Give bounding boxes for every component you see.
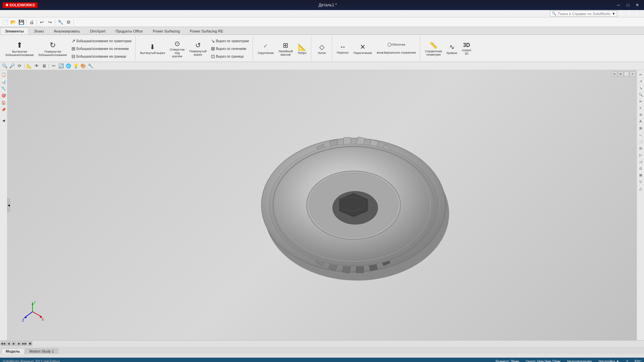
rp-btn-2[interactable]: ↗ (638, 78, 644, 84)
hole-wizard-button[interactable]: ⊙ Отверстие под крепёж (168, 38, 186, 59)
viewport-close-button[interactable]: ✕ (630, 71, 635, 77)
realview-button[interactable]: 💡 (72, 63, 79, 69)
rp-btn-9[interactable]: ⊞ (638, 125, 644, 131)
sweep-cut-button[interactable]: ↘ Вырез по траектории (209, 37, 251, 45)
rp-btn-13[interactable]: ▷ (638, 152, 644, 158)
help-search-input[interactable] (558, 12, 610, 16)
sweep-boss-button[interactable]: ↗ Бобышка/основание по траектории (70, 37, 133, 45)
loft-boss-button[interactable]: ⊞ Бобышка/основание по сечениям (70, 45, 133, 52)
help-close-button[interactable]: ✕ (633, 11, 641, 17)
help-arrow-button[interactable]: ▼ (625, 11, 633, 17)
standard-views-button[interactable]: 📐 (26, 63, 33, 69)
move-button[interactable]: ↔ Перенос (335, 42, 351, 56)
rp-btn-6[interactable]: A (638, 105, 644, 111)
zoom-fit-button[interactable]: 🔍 (1, 63, 8, 69)
loft-cut-button[interactable]: ⊠ Вырез по сечениям (209, 45, 251, 52)
print-button[interactable]: 🖨 (28, 18, 35, 26)
tab-power-surfacing[interactable]: Power Surfacing (148, 27, 185, 35)
rebuild-button[interactable]: 🔧 (57, 18, 64, 26)
rp-btn-10[interactable]: ↔ (638, 132, 644, 138)
view-filter-button[interactable]: 🔄 (58, 63, 64, 69)
linear-pattern-button[interactable]: ⊞ Линейный массив (276, 40, 294, 58)
view-toolbar: 🔍 🔎 ⟳ 📐 👁 🖥 ✂ 🔄 🌐 💡 🎨 🔧 (0, 62, 644, 70)
dim-xpert-manager-button[interactable]: 🎯 (1, 93, 7, 99)
redo-button[interactable]: ↪ (46, 18, 54, 26)
tree-collapse-handle[interactable]: ◀ (7, 198, 10, 212)
rp-btn-17[interactable]: ▽ (638, 179, 644, 185)
scene-button[interactable]: 🎨 (80, 63, 87, 69)
render-button[interactable]: 🌐 (65, 63, 72, 69)
split-view-v-button[interactable]: ⊞ (618, 71, 623, 77)
stop-button[interactable]: ⏹ (28, 341, 32, 346)
fillet-button[interactable]: ◜ Скругление (256, 42, 276, 56)
tab-power-surfacing-re[interactable]: Power Surfacing RE (185, 27, 228, 35)
maximize-viewport-button[interactable]: ⬜ (624, 71, 629, 77)
draft-button[interactable]: ◇ Уклон (315, 42, 328, 56)
collapse-tree-button[interactable]: ◀ (1, 117, 7, 123)
boundary-cut-button[interactable]: ⊡ Вырез по границе (209, 53, 251, 60)
display-style-button[interactable]: 🖥 (41, 63, 47, 69)
configuration-manager-button[interactable]: 🔧 (1, 85, 7, 92)
rp-btn-5[interactable]: ✏ (638, 98, 644, 104)
rotate-view-button[interactable]: ⟳ (16, 63, 23, 69)
tab-motion-study[interactable]: Motion Study 1 (25, 348, 58, 354)
tab-sketch[interactable]: Эскиз (29, 27, 49, 35)
skip-back-button[interactable]: ◀◀ (1, 341, 5, 346)
undo-button[interactable]: ↩ (38, 18, 46, 26)
reference-geometry-button[interactable]: 📏 Справочная геометрия (423, 40, 444, 58)
new-button[interactable]: 📄 (1, 18, 9, 26)
save-button[interactable]: 💾 (17, 18, 25, 26)
step-back-button[interactable]: ◀ (6, 341, 11, 346)
rp-btn-1[interactable]: ↩ (638, 71, 644, 77)
shell-button[interactable]: ⬡ Оболочка (375, 41, 418, 49)
rp-btn-7[interactable]: ⟲ (638, 112, 644, 118)
extrude-boss-button[interactable]: ⬆ Вытянутая бобышка/основание (3, 40, 36, 58)
rp-btn-12[interactable]: ⊟ (638, 145, 644, 151)
rp-btn-3[interactable]: ↘ (638, 85, 644, 91)
open-button[interactable]: 📂 (9, 18, 17, 26)
tab-elements[interactable]: Элементы (0, 27, 29, 35)
cam-button[interactable]: 📌 (1, 107, 7, 113)
maximize-button[interactable]: □ (624, 2, 632, 8)
intersect-button[interactable]: ✕ Пересечение (352, 42, 374, 56)
tab-dimxpert[interactable]: DimXpert (85, 27, 110, 35)
help-search[interactable]: 🔍 ▼ (550, 11, 617, 16)
boundary-boss-button[interactable]: ⊟ Бобышка/основание на границе (70, 53, 133, 60)
rp-btn-11[interactable]: ⬜ (638, 138, 644, 144)
settings-button[interactable]: Настройка ▼ (599, 360, 620, 362)
search-dropdown-icon[interactable]: ▼ (612, 12, 615, 16)
help-status-button[interactable]: ? (626, 360, 628, 362)
rib-button[interactable]: 📐 Ребро (296, 42, 309, 56)
tab-model[interactable]: Модель (1, 348, 24, 354)
more-view-button[interactable]: 🔧 (87, 63, 94, 69)
instant3d-button[interactable]: 3D Instant 3D (460, 41, 473, 57)
curves-button[interactable]: ∿ Кривые (445, 42, 460, 56)
feature-tree-button[interactable]: 📋 (1, 71, 7, 77)
viewport[interactable]: ⊟ ⊞ ⬜ ✕ (7, 70, 637, 340)
rp-btn-14[interactable]: ◁ (638, 159, 644, 165)
tab-analyze[interactable]: Анализировать (49, 27, 85, 35)
view-orientation-button[interactable]: 👁 (33, 63, 40, 69)
zoom-in-button[interactable]: 🔎 (9, 63, 15, 69)
step-forward-button[interactable]: ▶ (17, 341, 21, 346)
tab-office[interactable]: Продукты Office (110, 27, 148, 35)
mirror-button[interactable]: ⟺ Зеркальное отражение (375, 49, 418, 57)
help-button[interactable]: ? (617, 11, 625, 17)
split-view-h-button[interactable]: ⊟ (612, 71, 617, 77)
rp-btn-15[interactable]: ⊙ (638, 165, 644, 171)
property-manager-button[interactable]: 📊 (1, 78, 7, 84)
rp-btn-8[interactable]: A (638, 118, 644, 124)
section-view-button[interactable]: ✂ (50, 63, 57, 69)
rp-btn-18[interactable]: △ (638, 185, 644, 191)
revolve-cut-button[interactable]: ↺ Повернутый вырез (187, 40, 209, 58)
display-manager-button[interactable]: 🏠 (1, 100, 7, 106)
skip-forward-button[interactable]: ▶▶ (22, 341, 27, 346)
revolve-boss-button[interactable]: ↻ Повернутая бобышка/основание (37, 40, 69, 58)
rp-btn-16[interactable]: ⊠ (638, 172, 644, 178)
options-button[interactable]: ⚙ (65, 18, 72, 26)
minimize-button[interactable]: ─ (614, 2, 623, 8)
rp-btn-4[interactable]: 🔍 (638, 92, 644, 98)
play-button[interactable]: ▶ (11, 341, 16, 346)
extrude-cut-button[interactable]: ⬇ Вытянутый вырез (138, 42, 167, 56)
close-button[interactable]: ✕ (633, 2, 641, 8)
